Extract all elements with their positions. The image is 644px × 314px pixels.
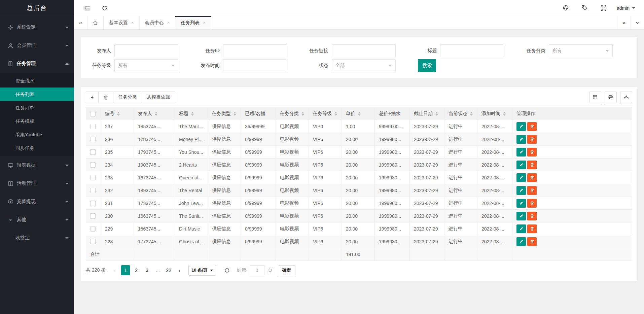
search-button[interactable]: 搜索: [418, 59, 436, 72]
column-header-0[interactable]: 编号: [101, 107, 134, 120]
collapse-sidebar-icon[interactable]: [81, 2, 93, 14]
column-header-11[interactable]: 添加时间: [477, 107, 512, 120]
column-header-3[interactable]: 任务类型: [208, 107, 241, 120]
row-checkbox[interactable]: [90, 226, 96, 232]
sort-icon[interactable]: [234, 112, 236, 116]
column-header-2[interactable]: 标题: [175, 107, 208, 120]
filter-select-0[interactable]: 所有: [114, 59, 178, 72]
sidebar-item-0[interactable]: 系统设定: [0, 18, 74, 36]
goto-page-input[interactable]: [250, 265, 264, 275]
sort-icon[interactable]: [470, 112, 473, 116]
delete-button[interactable]: [527, 148, 537, 156]
column-header-7[interactable]: 单价: [342, 107, 375, 120]
sidebar-subitem-2-1[interactable]: 任务列表: [0, 88, 74, 101]
row-checkbox[interactable]: [90, 201, 96, 206]
sidebar-item-2[interactable]: 任务管理: [0, 55, 74, 73]
sort-icon[interactable]: [191, 112, 194, 116]
row-checkbox[interactable]: [90, 239, 96, 244]
tabs-menu-icon[interactable]: [631, 16, 644, 29]
edit-button[interactable]: [516, 122, 526, 131]
edit-button[interactable]: [516, 173, 526, 182]
sort-icon[interactable]: [358, 112, 361, 116]
tabs-scroll-right-icon[interactable]: »: [617, 16, 631, 29]
filter-input-0[interactable]: [114, 44, 178, 57]
edit-button[interactable]: [516, 135, 526, 144]
row-checkbox[interactable]: [90, 213, 96, 219]
refresh-icon[interactable]: [99, 2, 110, 14]
task-category-button[interactable]: 任务分类: [113, 92, 142, 103]
fullscreen-icon[interactable]: [598, 2, 609, 14]
column-header-5[interactable]: 任务分类: [276, 107, 309, 120]
page-size-select[interactable]: 10 条/页: [188, 265, 216, 276]
sidebar-item-5[interactable]: 充值提现: [0, 193, 74, 211]
page-number-2[interactable]: 2: [132, 265, 141, 275]
tab-close-icon[interactable]: ×: [131, 20, 134, 25]
tag-icon[interactable]: [579, 2, 591, 14]
filter-select-4[interactable]: 所有: [549, 44, 613, 57]
sidebar-subitem-2-4[interactable]: 采集Youtube: [0, 128, 74, 141]
add-from-template-button[interactable]: 从模板添加: [142, 92, 175, 103]
sidebar-subitem-2-3[interactable]: 任务模板: [0, 114, 74, 128]
edit-button[interactable]: [516, 186, 526, 195]
pagination-refresh-icon[interactable]: [222, 265, 232, 275]
select-all-checkbox[interactable]: [90, 111, 96, 116]
next-page-icon[interactable]: ›: [175, 265, 184, 275]
delete-button[interactable]: [527, 237, 537, 246]
delete-button[interactable]: [527, 122, 537, 131]
tab-close-icon[interactable]: ×: [203, 20, 206, 25]
page-number-3[interactable]: 3: [143, 265, 151, 275]
row-checkbox[interactable]: [90, 162, 96, 168]
delete-button[interactable]: [527, 161, 537, 169]
print-icon[interactable]: [605, 92, 617, 103]
home-tab[interactable]: [87, 16, 104, 29]
edit-button[interactable]: [516, 161, 526, 169]
sort-icon[interactable]: [435, 112, 438, 116]
sidebar-subitem-2-5[interactable]: 同步任务: [0, 141, 74, 155]
add-task-button[interactable]: +: [86, 92, 99, 103]
row-checkbox[interactable]: [90, 124, 96, 129]
prev-page-icon[interactable]: ‹: [110, 265, 119, 275]
edit-button[interactable]: [516, 224, 526, 233]
tab-2[interactable]: 任务列表×: [175, 16, 211, 29]
sort-icon[interactable]: [155, 112, 157, 116]
sidebar-item-7[interactable]: 收益宝: [0, 229, 74, 247]
delete-button[interactable]: [527, 186, 537, 195]
filter-input-3[interactable]: [440, 44, 504, 57]
tab-1[interactable]: 会员中心×: [140, 16, 176, 29]
user-menu[interactable]: admin: [617, 5, 635, 11]
goto-confirm-button[interactable]: 确定: [278, 265, 295, 275]
row-checkbox[interactable]: [90, 137, 96, 142]
delete-button[interactable]: [527, 224, 537, 233]
sort-icon[interactable]: [117, 112, 120, 116]
delete-button[interactable]: [527, 173, 537, 182]
row-checkbox[interactable]: [90, 149, 96, 155]
delete-tasks-button[interactable]: [98, 92, 113, 103]
palette-icon[interactable]: [560, 2, 572, 14]
sidebar-item-3[interactable]: 报表数据: [0, 156, 74, 174]
tab-close-icon[interactable]: ×: [167, 20, 170, 25]
row-checkbox[interactable]: [90, 188, 96, 193]
sidebar-subitem-2-2[interactable]: 任务订单: [0, 101, 74, 114]
row-checkbox[interactable]: [90, 175, 96, 180]
column-header-10[interactable]: 当前状态: [444, 107, 477, 120]
edit-button[interactable]: [516, 199, 526, 208]
columns-icon[interactable]: [589, 92, 601, 103]
column-header-9[interactable]: 截止日期: [410, 107, 444, 120]
edit-button[interactable]: [516, 148, 526, 156]
delete-button[interactable]: [527, 135, 537, 144]
filter-input-1[interactable]: [223, 59, 287, 72]
filter-select-2[interactable]: 全部: [332, 59, 396, 72]
sidebar-item-1[interactable]: 会员管理: [0, 36, 74, 55]
sidebar-item-6[interactable]: ∞其他: [0, 211, 74, 229]
page-number-1[interactable]: 1: [121, 265, 130, 275]
delete-button[interactable]: [527, 199, 537, 208]
filter-input-2[interactable]: [332, 44, 396, 57]
column-header-1[interactable]: 发布人: [134, 107, 175, 120]
edit-button[interactable]: [516, 212, 526, 220]
column-header-6[interactable]: 任务等级: [309, 107, 342, 120]
edit-button[interactable]: [516, 237, 526, 246]
filter-input-1[interactable]: [223, 44, 287, 57]
tab-0[interactable]: 基本设置×: [104, 16, 140, 29]
sort-icon[interactable]: [301, 112, 304, 116]
tabs-scroll-left-icon[interactable]: «: [74, 16, 87, 29]
